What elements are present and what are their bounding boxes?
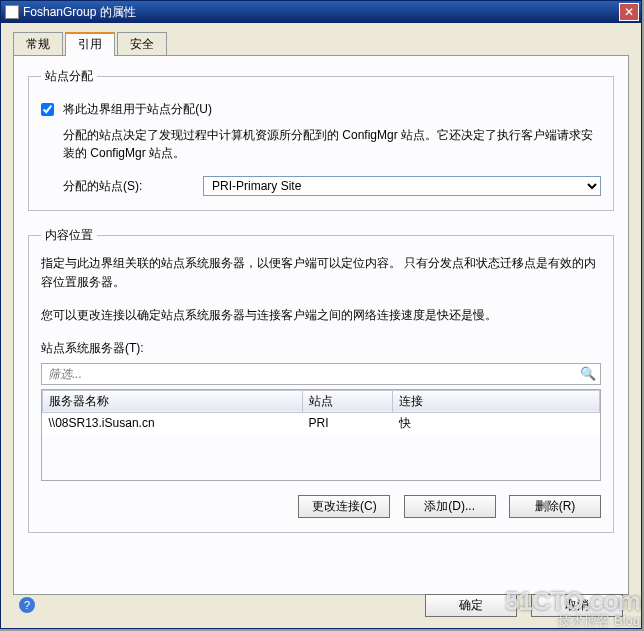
- assignment-checkbox-row: 将此边界组用于站点分配(U): [41, 101, 601, 118]
- col-server-name[interactable]: 服务器名称: [43, 390, 303, 412]
- site-assignment-legend: 站点分配: [41, 68, 97, 85]
- assigned-site-row: 分配的站点(S): PRI-Primary Site: [41, 176, 601, 196]
- use-for-site-assignment-label: 将此边界组用于站点分配(U): [63, 102, 212, 116]
- cell-server: \\08SR13.iSusan.cn: [43, 412, 303, 434]
- ok-button[interactable]: 确定: [425, 594, 517, 617]
- close-button[interactable]: ✕: [619, 3, 639, 21]
- table-row[interactable]: \\08SR13.iSusan.cn PRI 快: [43, 412, 600, 434]
- col-connection[interactable]: 连接: [393, 390, 600, 412]
- titlebar[interactable]: FoshanGroup 的属性 ✕: [1, 1, 641, 23]
- filter-wrap: 🔍: [41, 363, 601, 385]
- dialog-bottom-bar: ? 确定 取消: [3, 584, 639, 626]
- col-site[interactable]: 站点: [303, 390, 393, 412]
- cell-site: PRI: [303, 412, 393, 434]
- tab-general[interactable]: 常规: [13, 32, 63, 56]
- tabstrip: 常规 引用 安全: [3, 25, 639, 55]
- tab-security[interactable]: 安全: [117, 32, 167, 56]
- window-icon: [5, 5, 19, 19]
- content-location-legend: 内容位置: [41, 227, 97, 244]
- table-header-row: 服务器名称 站点 连接: [43, 390, 600, 412]
- assigned-site-label: 分配的站点(S):: [63, 178, 203, 195]
- tab-panel: 站点分配 将此边界组用于站点分配(U) 分配的站点决定了发现过程中计算机资源所分…: [13, 55, 629, 595]
- tab-references[interactable]: 引用: [65, 32, 115, 56]
- search-icon[interactable]: 🔍: [580, 366, 596, 381]
- servers-table-wrap[interactable]: 服务器名称 站点 连接 \\08SR13.iSusan.cn PRI 快: [41, 389, 601, 481]
- servers-label: 站点系统服务器(T):: [41, 340, 601, 357]
- content-desc-2: 您可以更改连接以确定站点系统服务器与连接客户端之间的网络连接速度是快还是慢。: [41, 306, 601, 325]
- remove-button[interactable]: 删除(R): [509, 495, 601, 518]
- change-connection-button[interactable]: 更改连接(C): [298, 495, 390, 518]
- properties-dialog: FoshanGroup 的属性 ✕ 常规 引用 安全 站点分配 将此边界组用于站…: [0, 0, 642, 629]
- cell-conn: 快: [393, 412, 600, 434]
- window-title: FoshanGroup 的属性: [23, 4, 136, 21]
- help-icon[interactable]: ?: [19, 597, 35, 613]
- add-button[interactable]: 添加(D)...: [404, 495, 496, 518]
- site-assignment-group: 站点分配 将此边界组用于站点分配(U) 分配的站点决定了发现过程中计算机资源所分…: [28, 68, 614, 211]
- assignment-description: 分配的站点决定了发现过程中计算机资源所分配到的 ConfigMgr 站点。它还决…: [63, 126, 601, 162]
- server-button-row: 更改连接(C) 添加(D)... 删除(R): [41, 495, 601, 518]
- cancel-button[interactable]: 取消: [531, 594, 623, 617]
- dialog-button-group: 确定 取消: [415, 594, 623, 617]
- filter-input[interactable]: [41, 363, 601, 385]
- content-desc-1: 指定与此边界组关联的站点系统服务器，以便客户端可以定位内容。 只有分发点和状态迁…: [41, 254, 601, 292]
- assigned-site-select[interactable]: PRI-Primary Site: [203, 176, 601, 196]
- content-location-group: 内容位置 指定与此边界组关联的站点系统服务器，以便客户端可以定位内容。 只有分发…: [28, 227, 614, 533]
- use-for-site-assignment-checkbox[interactable]: [41, 103, 54, 116]
- dialog-client: 常规 引用 安全 站点分配 将此边界组用于站点分配(U) 分配的站点决定了发现过…: [3, 25, 639, 626]
- servers-table: 服务器名称 站点 连接 \\08SR13.iSusan.cn PRI 快: [42, 390, 600, 434]
